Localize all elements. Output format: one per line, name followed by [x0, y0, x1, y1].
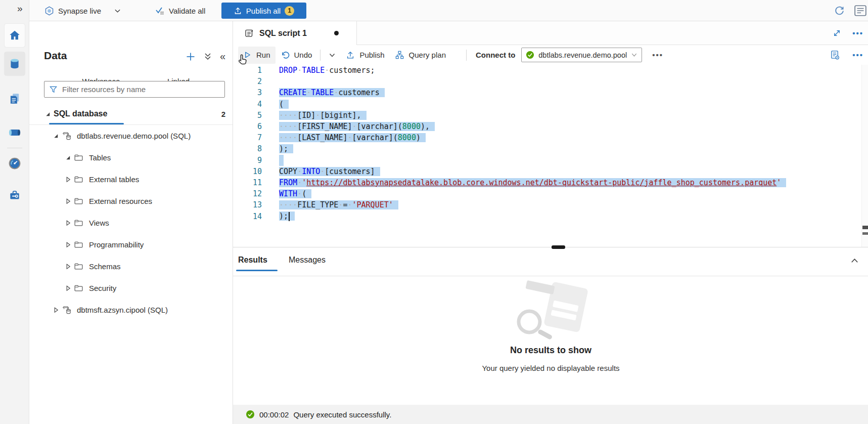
line-number: 5 — [233, 110, 262, 121]
validate-all-button[interactable]: Validate all — [155, 0, 205, 21]
tree-item-views[interactable]: Views — [29, 212, 233, 234]
line-number: 4 — [233, 99, 262, 110]
status-time: 00:00:02 — [259, 410, 289, 419]
text-caret — [289, 212, 290, 221]
pipeline-icon — [8, 126, 22, 139]
line-number: 10 — [233, 166, 262, 177]
twisty-collapsed-icon[interactable] — [65, 198, 74, 204]
publish-all-button[interactable]: Publish all 1 — [221, 3, 306, 19]
tree-item-label: Security — [89, 284, 116, 292]
database-cylinder-icon — [8, 57, 21, 70]
expand-editor-icon[interactable] — [833, 29, 841, 37]
add-resource-button[interactable] — [186, 52, 196, 62]
connected-check-icon — [526, 51, 534, 59]
success-check-icon — [246, 410, 255, 419]
line-number: 9 — [233, 155, 262, 166]
twisty-collapsed-icon[interactable] — [65, 285, 74, 291]
item-count: 2 — [221, 110, 225, 118]
code-line: WITH·( — [279, 188, 786, 199]
twisty-collapsed-icon[interactable] — [65, 241, 74, 248]
script-properties-icon[interactable] — [830, 50, 840, 60]
line-number: 11 — [233, 177, 262, 188]
twisty-expanded-icon[interactable] — [65, 154, 74, 161]
folder-icon — [74, 153, 89, 162]
selection-highlight: ····[LAST_NAME]·[varchar](8000) — [279, 133, 426, 142]
tab-messages[interactable]: Messages — [289, 256, 326, 265]
selection-highlight — [279, 155, 284, 166]
filter-funnel-icon — [49, 85, 58, 94]
code-line: FROM·'https://dbtlabsynapsedatalake.blob… — [279, 177, 786, 188]
twisty-collapsed-icon[interactable] — [65, 263, 74, 270]
sidebar-item-data[interactable] — [5, 52, 25, 75]
tree-item-sql-database[interactable]: SQL database2 — [29, 103, 233, 125]
selection-highlight: ( — [279, 100, 289, 109]
active-results-tab-underline — [236, 270, 278, 271]
results-panel: No results to show Your query yielded no… — [233, 276, 868, 405]
tab-more-actions-icon[interactable]: ••• — [852, 29, 863, 37]
tree-item-external-tables[interactable]: External tables — [29, 168, 233, 190]
editor-scrollbar[interactable] — [861, 65, 868, 247]
collapse-panel-icon[interactable]: « — [220, 51, 225, 62]
mouse-hand-cursor — [237, 54, 248, 67]
code-line: ); — [279, 143, 786, 154]
twisty-collapsed-icon[interactable] — [53, 307, 62, 313]
publish-button[interactable]: Publish — [341, 47, 389, 64]
selection-highlight: COPY·INTO·[customers] — [279, 167, 380, 176]
tree-item-label: Views — [89, 219, 109, 227]
expand-rail-icon[interactable]: » — [17, 3, 23, 14]
tree-item-external-resources[interactable]: External resources — [29, 190, 233, 212]
tree-item-label: dbtmsft.azsyn.cipool (SQL) — [77, 306, 168, 314]
code-line: ····[ID]·[bigint], — [279, 110, 786, 121]
collapse-all-icon[interactable] — [204, 52, 212, 61]
tree-item-label: Tables — [89, 153, 111, 162]
query-plan-icon — [395, 50, 404, 60]
refresh-icon[interactable] — [834, 6, 845, 16]
properties-more-icon[interactable]: ••• — [852, 51, 863, 59]
pool-selector-dropdown[interactable]: dbtlabs.revenue.demo.pool — [521, 48, 642, 62]
documents-icon — [8, 92, 21, 105]
script-scroll-icon — [244, 28, 254, 38]
undo-button[interactable]: Undo — [276, 47, 317, 64]
results-tab-bar: Results Messages — [233, 249, 868, 276]
query-plan-label: Query plan — [409, 51, 446, 59]
undo-redo-dropdown[interactable] — [324, 47, 341, 64]
toolbar-more-icon[interactable]: ••• — [652, 51, 663, 59]
tree-item-security[interactable]: Security — [29, 277, 233, 299]
twisty-collapsed-icon[interactable] — [65, 176, 74, 183]
line-number: 7 — [233, 132, 262, 143]
tree-item-dbtmsft-azsyn-cipool-sql[interactable]: dbtmsft.azsyn.cipool (SQL) — [29, 299, 233, 321]
tree-item-label: External resources — [89, 197, 152, 205]
sidebar-item-monitor[interactable] — [5, 152, 25, 175]
sidebar-item-home[interactable] — [5, 24, 25, 47]
environment-picker[interactable]: Synapse live — [44, 0, 121, 21]
selection-highlight: ····FILE_TYPE·=·'PARQUET' — [279, 200, 398, 209]
collapse-results-icon[interactable] — [850, 256, 859, 266]
publish-upload-icon — [346, 51, 355, 60]
upload-icon — [234, 7, 242, 15]
tree-item-tables[interactable]: Tables — [29, 147, 233, 168]
synapse-studio-window: Synapse live Validate all Publish all 1 — [0, 0, 868, 424]
document-tab-bar: SQL script 1 ••• — [233, 21, 868, 45]
twisty-expanded-icon[interactable] — [44, 111, 54, 117]
top-command-bar: Synapse live Validate all Publish all 1 — [0, 0, 868, 21]
tree-item-programmability[interactable]: Programmability — [29, 234, 233, 256]
tree-item-dbtlabs-revenue-demo-pool-sql[interactable]: dbtlabs.revenue.demo.pool (SQL) — [29, 125, 233, 147]
tab-results[interactable]: Results — [238, 256, 267, 265]
sql-script-tab[interactable]: SQL script 1 — [233, 21, 357, 45]
synapse-logo-icon — [44, 6, 54, 16]
splitter-drag-handle[interactable] — [552, 245, 565, 249]
twisty-collapsed-icon[interactable] — [65, 220, 74, 226]
query-plan-button[interactable]: Query plan — [390, 47, 451, 64]
publish-all-label: Publish all — [246, 7, 281, 15]
folder-icon — [74, 262, 89, 271]
sidebar-item-integrate[interactable] — [5, 121, 25, 144]
sql-code-editor[interactable]: 1234567891011121314 DROP·TABLE·customers… — [233, 65, 868, 247]
tree-item-schemas[interactable]: Schemas — [29, 256, 233, 277]
code-line: CREATE·TABLE·customers — [279, 87, 786, 98]
twisty-expanded-icon[interactable] — [53, 133, 62, 139]
task-list-icon[interactable] — [854, 5, 867, 17]
sidebar-item-develop[interactable] — [5, 87, 25, 110]
filter-resources-input[interactable]: Filter resources by name — [44, 81, 225, 98]
toolbar-separator — [320, 50, 321, 61]
sidebar-item-manage[interactable] — [5, 184, 25, 207]
